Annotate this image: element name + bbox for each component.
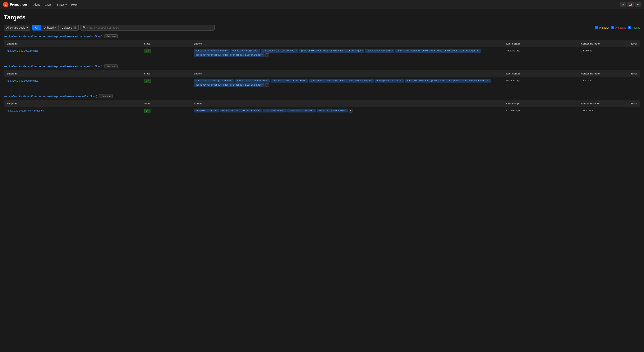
targets-table-1: EndpointStateLabelsLast ScrapeScrape Dur… xyxy=(4,70,640,89)
table-row: https://192.168.65.3:6443/metricsUPendpo… xyxy=(4,107,640,115)
legend-unknown: Unknown xyxy=(595,26,609,29)
label-tag: job="apiserver" xyxy=(263,109,286,112)
labels-cell-2-0: endpoint="https"instance="192.168.65.3:6… xyxy=(194,109,501,112)
scrape-duration-0-0: 24.080ms xyxy=(578,47,628,59)
nav-links: Alerts Graph Status ▾ Help xyxy=(32,2,78,7)
label-tag: namespace="default" xyxy=(375,79,404,83)
monitors-container: serviceMonitor/default/prometheus-kube-p… xyxy=(4,34,640,115)
monitor-header-0: serviceMonitor/default/prometheus-kube-p… xyxy=(4,34,640,38)
targets-table-2: EndpointStateLabelsLast ScrapeScrape Dur… xyxy=(4,100,640,115)
labels-cell-1-0: container="config-reloader"endpoint="rel… xyxy=(194,79,501,87)
brand-icon: 🔥 xyxy=(3,2,8,7)
filter-collapse-button[interactable]: Collapse All xyxy=(59,25,78,31)
label-tag: job="prometheus-kube-prometheus-alertman… xyxy=(299,49,364,53)
th-error: Error xyxy=(628,40,640,47)
label-tag: container="alertmanager" xyxy=(194,49,230,53)
th-error: Error xyxy=(628,100,640,107)
navbar-right: ⚙ 🌙 ☀ xyxy=(620,2,641,7)
unhealthy-label: Unhealthy xyxy=(615,26,626,29)
scrape-pools-button[interactable]: All scrape pools ▾ xyxy=(4,25,30,31)
monitor-title-0[interactable]: serviceMonitor/default/prometheus-kube-p… xyxy=(4,35,102,38)
th-last_scrape: Last Scrape xyxy=(503,100,578,107)
error-cell-0-0 xyxy=(628,47,640,59)
endpoint-link-1-0[interactable]: http://10.1.0.99:8080/metrics xyxy=(7,79,38,82)
unhealthy-checkbox[interactable] xyxy=(611,26,614,29)
navbar: 🔥 Prometheus Alerts Graph Status ▾ Help … xyxy=(0,0,644,9)
nav-status[interactable]: Status ▾ xyxy=(55,2,68,7)
show-less-button-0[interactable]: show less xyxy=(104,34,118,38)
last-scrape-1-0: 59.544s ago xyxy=(504,77,578,89)
label-tag: namespace="default" xyxy=(365,49,394,53)
labels-cell-0-0: container="alertmanager"endpoint="http-w… xyxy=(194,49,501,57)
search-container: 🔍 xyxy=(80,25,215,31)
unknown-checkbox[interactable] xyxy=(595,26,598,29)
search-icon: 🔍 xyxy=(82,26,86,29)
label-tag: instance="192.168.65.3:6443" xyxy=(220,109,262,112)
monitor-title-1[interactable]: serviceMonitor/default/prometheus-kube-p… xyxy=(4,65,102,68)
th-last_scrape: Last Scrape xyxy=(504,70,578,77)
th-state: State xyxy=(141,40,191,47)
last-scrape-0-0: 43.520s ago xyxy=(504,47,578,59)
nav-alerts[interactable]: Alerts xyxy=(32,2,42,7)
th-labels: Labels xyxy=(192,100,504,107)
label-tag: service="kubernetes" xyxy=(317,109,348,112)
legend-healthy: Healthy xyxy=(628,26,640,29)
healthy-checkbox[interactable] xyxy=(628,26,631,29)
filter-buttons: All Unhealthy Collapse All xyxy=(32,25,78,31)
monitor-section-2: serviceMonitor/default/prometheus-kube-p… xyxy=(4,94,640,115)
table-row: http://10.1.0.99:8080/metricsUPcontainer… xyxy=(4,77,640,89)
label-tag: namespace="default" xyxy=(287,109,317,112)
table-row: http://10.1.0.99:9093/metricsUPcontainer… xyxy=(4,47,640,59)
targets-table-0: EndpointStateLabelsLast ScrapeScrape Dur… xyxy=(4,40,640,59)
monitor-section-0: serviceMonitor/default/prometheus-kube-p… xyxy=(4,34,640,59)
scrape-pools-chevron-icon: ▾ xyxy=(26,26,28,29)
error-cell-2-0 xyxy=(628,107,640,115)
brand-name: Prometheus xyxy=(10,3,28,6)
label-tag: container="config-reloader" xyxy=(194,79,234,83)
label-tag: job="prometheus-kube-prometheus-alertman… xyxy=(309,79,374,83)
th-state: State xyxy=(142,100,192,107)
show-less-button-2[interactable]: show less xyxy=(99,94,113,98)
label-tag: pod="alertmanager-prometheus-kube-promet… xyxy=(395,49,481,53)
state-badge-1-0: UP xyxy=(144,79,151,83)
th-endpoint: Endpoint xyxy=(4,40,142,47)
filter-unhealthy-button[interactable]: Unhealthy xyxy=(41,25,59,31)
label-tag: endpoint="reloader-web" xyxy=(235,79,270,83)
monitor-header-1: serviceMonitor/default/prometheus-kube-p… xyxy=(4,64,640,68)
labels-expand-button-2-0[interactable]: ▾ xyxy=(349,109,352,112)
nav-help[interactable]: Help xyxy=(70,2,79,7)
filter-all-button[interactable]: All xyxy=(32,25,41,31)
settings-button[interactable]: ⚙ xyxy=(620,2,626,7)
labels-expand-button-1-0[interactable]: ▾ xyxy=(265,83,269,87)
label-tag: service="prometheus-kube-prometheus-aler… xyxy=(194,53,265,57)
endpoint-link-2-0[interactable]: https://192.168.65.3:6443/metrics xyxy=(7,109,44,112)
th-last_scrape: Last Scrape xyxy=(504,40,578,47)
th-scrape_duration: Scrape Duration xyxy=(578,70,628,77)
label-tag: instance="10.1.0.99:8080" xyxy=(271,79,308,83)
navbar-left: 🔥 Prometheus Alerts Graph Status ▾ Help xyxy=(3,2,79,7)
state-badge-2-0: UP xyxy=(144,109,151,113)
label-tag: instance="10.1.0.99:9093" xyxy=(261,49,298,53)
th-error: Error xyxy=(628,70,640,77)
healthy-label: Healthy xyxy=(632,26,640,29)
th-endpoint: Endpoint xyxy=(4,70,142,77)
search-input[interactable] xyxy=(88,25,212,30)
label-tag: service="prometheus-kube-prometheus-aler… xyxy=(194,83,265,87)
error-cell-1-0 xyxy=(628,77,640,89)
brand: 🔥 Prometheus xyxy=(3,2,28,7)
monitor-header-2: serviceMonitor/default/prometheus-kube-p… xyxy=(4,94,640,98)
th-state: State xyxy=(141,70,191,77)
dark-mode-button[interactable]: 🌙 xyxy=(627,2,634,7)
monitor-title-2[interactable]: serviceMonitor/default/prometheus-kube-p… xyxy=(4,95,97,98)
legend-unhealthy: Unhealthy xyxy=(611,26,626,29)
labels-expand-button-0-0[interactable]: ▾ xyxy=(265,53,269,57)
th-labels: Labels xyxy=(191,70,504,77)
nav-graph[interactable]: Graph xyxy=(43,2,54,7)
label-tag: endpoint="https" xyxy=(194,109,220,112)
endpoint-link-0-0[interactable]: http://10.1.0.99:9093/metrics xyxy=(7,49,38,52)
label-tag: endpoint="http-web" xyxy=(231,49,260,53)
light-mode-button[interactable]: ☀ xyxy=(634,2,641,7)
show-less-button-1[interactable]: show less xyxy=(104,64,118,68)
label-tag: pod="alertmanager-prometheus-kube-promet… xyxy=(405,79,491,83)
th-endpoint: Endpoint xyxy=(4,100,142,107)
